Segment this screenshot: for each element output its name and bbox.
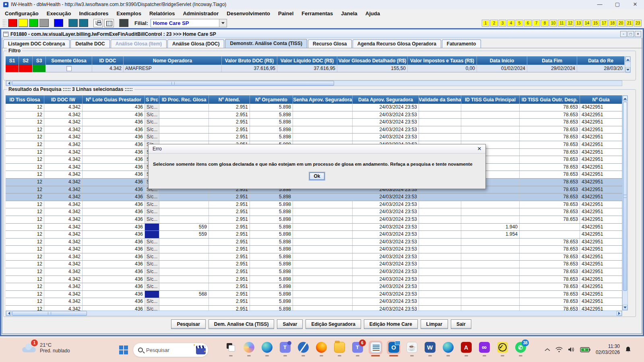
numbered-button-6[interactable]: 6 [524, 20, 532, 27]
tab-recurso-glosa[interactable]: Recurso Glosa [308, 39, 352, 48]
results-column-header[interactable]: Validade da Senha [419, 95, 461, 104]
task-view-taskbar-button[interactable] [224, 341, 237, 358]
menu-item-execuo[interactable]: Execução [43, 10, 75, 16]
word-taskbar-button[interactable] [423, 341, 437, 358]
dem-analise-cta-tiss--button[interactable]: Dem. Analise Cta (TISS) [208, 319, 275, 329]
table-row[interactable]: 124.342436S/c...2.9515.89824/03/2024 23:… [6, 261, 622, 268]
valor-bruto-cell[interactable]: 37.616,95 [222, 65, 277, 72]
filter-column-header[interactable]: Nome Operadora [124, 56, 222, 65]
swatch-dark-gray[interactable] [119, 19, 128, 27]
numbered-button-23[interactable]: 23 [634, 20, 642, 27]
java-taskbar-button[interactable]: ☕ [405, 341, 419, 358]
results-column-header[interactable]: S Prc [145, 95, 159, 104]
taskbar-clock[interactable]: 11:30 02/03/2026 [596, 343, 620, 356]
valor-impostos-cell[interactable]: 0,00 [408, 65, 477, 72]
notes-taskbar-button[interactable] [369, 341, 382, 358]
results-column-header[interactable]: ID TISS Guia Outr. Desp. [520, 95, 580, 104]
menu-item-ferramentas[interactable]: Ferramentas [297, 10, 337, 16]
teams-chat-taskbar-button[interactable]: T6 [351, 341, 364, 358]
numbered-button-3[interactable]: 3 [499, 20, 506, 27]
filial-combobox[interactable]: Home Care SP [151, 19, 227, 27]
swatch-teal-2[interactable] [79, 19, 88, 27]
numbered-button-20[interactable]: 20 [617, 20, 625, 27]
numbered-button-12[interactable]: 12 [566, 20, 574, 27]
s3-status-cell[interactable] [33, 65, 46, 72]
id-doc-cell[interactable]: 4.342 [92, 65, 124, 72]
edge-profile-taskbar-button[interactable] [441, 341, 455, 358]
filter-column-header[interactable]: Data do Re [577, 56, 625, 65]
ok-button[interactable]: Ok [310, 173, 324, 180]
table-row[interactable]: 124.342436S/c...2.9515.89824/03/2024 23:… [6, 126, 622, 134]
volume-icon[interactable] [568, 347, 575, 352]
whatsapp-taskbar-button[interactable]: 38 [514, 341, 527, 358]
scrollbar-thumb[interactable] [12, 311, 87, 316]
combobox-arrow-icon[interactable] [219, 19, 227, 27]
frame-maximize-button[interactable]: □ [627, 31, 634, 37]
tab-an-lise-glosa-doc-[interactable]: Análise Glosa (DOC) [167, 39, 224, 48]
filter-column-header[interactable]: Data Fim [527, 56, 577, 65]
tree-view-button[interactable] [93, 19, 103, 27]
numbered-button-8[interactable]: 8 [541, 20, 549, 27]
numbered-button-18[interactable]: 18 [609, 20, 616, 27]
outlook-taskbar-button[interactable] [387, 341, 400, 358]
filter-column-header[interactable]: S2 [19, 56, 33, 65]
table-row[interactable]: 124.3424365592.9515.89824/03/2024 23:531… [6, 231, 622, 239]
swatch-red[interactable] [8, 19, 17, 27]
valor-liquido-cell[interactable]: 37.616,95 [277, 65, 337, 72]
numbered-button-5[interactable]: 5 [516, 20, 523, 27]
results-column-header[interactable]: Nº Lote Guias Prestador [83, 95, 145, 104]
table-row[interactable]: 124.3424365682.9515.89824/03/2024 23:537… [6, 291, 622, 298]
scroll-up-arrow[interactable] [623, 96, 627, 101]
visual-studio-taskbar-button[interactable] [477, 341, 491, 358]
menu-item-administrador[interactable]: Administrador [179, 10, 223, 16]
filter-column-header[interactable]: Valor Impostos e Taxas (R$) [408, 56, 477, 65]
somente-glosa-checkbox[interactable] [66, 66, 72, 71]
results-column-header[interactable]: ID DOC IW [44, 95, 83, 104]
frame-close-button[interactable]: × [635, 31, 641, 37]
table-row[interactable]: 124.342436S/c...2.9515.89824/03/2024 23:… [6, 193, 622, 201]
acrobat-taskbar-button[interactable] [459, 341, 473, 358]
salvar-button[interactable]: Salvar [277, 319, 303, 329]
copilot-taskbar-button[interactable] [242, 341, 256, 358]
results-column-header[interactable]: Nº Guia [580, 95, 622, 104]
results-column-header[interactable]: Data Aprov. Seguradora [353, 95, 419, 104]
data-registro-cell[interactable]: 28/03/20 [577, 65, 625, 72]
menu-item-indicadores[interactable]: Indicadores [75, 10, 113, 16]
somente-glosa-cell[interactable] [46, 65, 92, 72]
menu-item-painel[interactable]: Painel [274, 10, 297, 16]
valor-glosado-cell[interactable]: 155,50 [337, 65, 408, 72]
tab-demonstr-an-lise-conta-tiss-[interactable]: Demonstr. Análise Conta (TISS) [225, 39, 307, 48]
results-column-header[interactable]: Nº Atend. [209, 95, 250, 104]
edi-o-home-care-button[interactable]: Edição Home Care [364, 319, 418, 329]
table-row[interactable]: 124.342436S/c...2.9515.89824/03/2024 23:… [6, 268, 622, 276]
error-dialog-titlebar[interactable]: Erro × [149, 144, 485, 154]
dialog-close-icon[interactable]: × [477, 145, 481, 153]
numbered-button-17[interactable]: 17 [600, 20, 608, 27]
filter-horizontal-scrollbar[interactable] [6, 80, 622, 86]
edge-taskbar-button[interactable] [260, 341, 274, 358]
file-explorer-taskbar-button[interactable] [332, 341, 346, 358]
table-row[interactable]: 124.342436S/c...2.9515.89824/03/2024 23:… [6, 306, 622, 311]
data-inicio-cell[interactable]: 01/02/2024 [477, 65, 527, 72]
menu-item-configurao[interactable]: Configuração [1, 10, 43, 16]
teams-taskbar-button[interactable]: T [278, 341, 292, 358]
filter-column-header[interactable]: S1 [6, 56, 19, 65]
numbered-button-2[interactable]: 2 [490, 20, 498, 27]
numbered-button-1[interactable]: 1 [482, 20, 489, 27]
close-button[interactable]: ✕ [626, 0, 644, 9]
menu-item-exemplos[interactable]: Exemplos [112, 10, 145, 16]
results-vertical-scrollbar[interactable] [622, 95, 628, 311]
notification-bell-icon[interactable] [625, 346, 631, 353]
swatch-yellow[interactable] [19, 19, 28, 27]
table-row[interactable]: 124.342436S/c...2.9515.89824/03/2024 23:… [6, 276, 622, 284]
tab-agenda-recurso-glosa-operadora[interactable]: Agenda Recurso Glosa Operadora [353, 39, 441, 48]
table-row[interactable]: 124.342436S/c...2.9515.89824/03/2024 23:… [6, 208, 622, 216]
filter-column-header[interactable]: Valor Líquido DOC (R$) [277, 56, 337, 65]
firefox-taskbar-button[interactable] [314, 341, 328, 358]
table-row[interactable]: 124.342436S/c...2.9515.89824/03/2024 23:… [6, 253, 622, 261]
menu-item-ajuda[interactable]: Ajuda [361, 10, 384, 16]
table-row[interactable]: 124.342436S/c...2.9515.89824/03/2024 23:… [6, 283, 622, 291]
battery-icon[interactable] [580, 347, 590, 352]
scroll-left-arrow[interactable] [6, 81, 11, 86]
maximize-button[interactable]: ▢ [609, 0, 626, 9]
